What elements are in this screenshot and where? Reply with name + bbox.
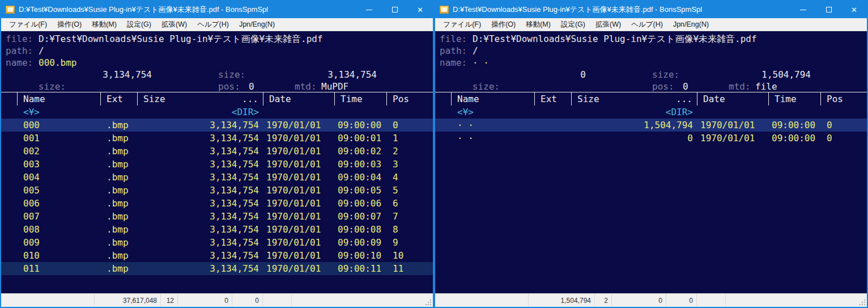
menu-item-5[interactable]: ヘルプ(H) [626, 18, 668, 31]
maximize-icon [826, 7, 832, 12]
list-item[interactable]: <¥><DIR> [1, 106, 433, 119]
list-item[interactable]: 000.bmp3,134,7541970/01/0109:00:000 [1, 119, 433, 132]
cell-pos: 9 [386, 237, 433, 248]
status-cell-4: 0 [666, 294, 697, 307]
column-header-date[interactable]: Date [697, 92, 768, 106]
status-cell-4: 0 [232, 294, 263, 307]
resize-grip-icon[interactable] [425, 299, 432, 306]
list-item[interactable]: 006.bmp3,134,7541970/01/0109:00:066 [1, 197, 433, 210]
list-item[interactable]: <¥><DIR> [435, 106, 867, 119]
list-item[interactable]: 003.bmp3,134,7541970/01/0109:00:033 [1, 158, 433, 171]
minimize-icon [366, 10, 372, 10]
list-item[interactable]: 004.bmp3,134,7541970/01/0109:00:044 [1, 171, 433, 184]
menu-item-3[interactable]: 設定(G) [556, 18, 590, 31]
cell-date: 1970/01/01 [263, 237, 334, 248]
column-header-name[interactable]: Name [17, 92, 100, 106]
file-value: D:¥Test¥Downloads¥Susie Plug-in¥テスト画像¥未来… [473, 33, 757, 44]
close-icon: ✕ [851, 6, 857, 14]
close-button[interactable]: ✕ [407, 1, 433, 18]
cell-pos: 5 [386, 185, 433, 196]
menu-item-0[interactable]: ファイル(F) [4, 18, 52, 31]
column-header-name[interactable]: Name [451, 92, 534, 106]
minimize-button[interactable] [356, 1, 382, 18]
menu-item-2[interactable]: 移動(M) [521, 18, 556, 31]
titlebar: D:¥Test¥Downloads¥Susie Plug-in¥テスト画像¥未来… [1, 1, 433, 18]
cell-name: 002 [17, 146, 100, 157]
menu-item-6[interactable]: Jpn/Eng(N) [234, 18, 280, 31]
resize-grip-icon[interactable] [859, 299, 866, 306]
cell-name: 009 [17, 237, 100, 248]
menu-item-4[interactable]: 拡張(W) [590, 18, 626, 31]
cell-size: 3,134,754 [137, 198, 263, 209]
status-cell-1: 1,504,794 [529, 294, 595, 307]
app-icon [440, 6, 449, 14]
cell-time: 09:00:02 [334, 146, 386, 157]
cell-date: 1970/01/01 [697, 120, 768, 130]
list-item[interactable]: 005.bmp3,134,7541970/01/0109:00:055 [1, 184, 433, 197]
size-header-label: Size [143, 94, 165, 104]
column-header-size[interactable]: Size... [137, 92, 263, 106]
minimize-button[interactable] [790, 1, 816, 18]
menu-item-1[interactable]: 操作(O) [486, 18, 521, 31]
cell-time: 09:00:11 [334, 263, 386, 274]
path-value: / [39, 45, 44, 56]
menu-item-5[interactable]: ヘルプ(H) [192, 18, 234, 31]
name-label: name: [6, 57, 39, 69]
cell-pos: 0 [820, 120, 867, 130]
list-item[interactable]: 010.bmp3,134,7541970/01/0109:00:1010 [1, 249, 433, 262]
status-bar: 37,617,0481200 [1, 293, 433, 307]
maximize-button[interactable] [382, 1, 407, 18]
menu-item-2[interactable]: 移動(M) [87, 18, 122, 31]
list-item[interactable]: 002.bmp3,134,7541970/01/0109:00:022 [1, 145, 433, 158]
cell-ext: .bmp [100, 250, 137, 261]
list-item[interactable]: 011.bmp3,134,7541970/01/0109:00:1111 [1, 262, 433, 275]
column-header-size[interactable]: Size... [571, 92, 697, 106]
list-item[interactable]: 008.bmp3,134,7541970/01/0109:00:088 [1, 223, 433, 236]
cell-pos: 0 [820, 133, 867, 144]
menu-item-1[interactable]: 操作(O) [52, 18, 87, 31]
window-title: D:¥Test¥Downloads¥Susie Plug-in¥テスト画像¥未来… [453, 5, 790, 15]
column-header-pos[interactable]: Pos [820, 92, 867, 106]
cell-time: 09:00:07 [334, 211, 386, 222]
list-item[interactable]: 001.bmp3,134,7541970/01/0109:00:011 [1, 132, 433, 145]
size2-value: 1,504,794 [678, 69, 811, 81]
maximize-button[interactable] [816, 1, 841, 18]
list-item[interactable]: · ·01970/01/0109:00:000 [435, 132, 867, 145]
cell-ext: .bmp [100, 120, 137, 130]
list-item[interactable]: 007.bmp3,134,7541970/01/0109:00:077 [1, 210, 433, 223]
list-item[interactable]: · ·1,504,7941970/01/0109:00:000 [435, 119, 867, 132]
path-value: / [473, 45, 478, 56]
cell-name: 003 [17, 159, 100, 170]
pos-value: 0 [249, 81, 254, 92]
menu-item-4[interactable]: 拡張(W) [156, 18, 192, 31]
cell-size: 0 [571, 133, 697, 144]
cell-ext: .bmp [100, 146, 137, 157]
name-label: name: [440, 57, 473, 69]
close-button[interactable]: ✕ [841, 1, 867, 18]
list-header: Name Ext Size... Date Time Pos [435, 92, 867, 106]
column-header-ext[interactable]: Ext [534, 92, 571, 106]
cell-size: 3,134,754 [137, 237, 263, 248]
column-header-ext[interactable]: Ext [100, 92, 137, 106]
cell-name: 005 [17, 185, 100, 196]
cell-size: <DIR> [571, 107, 697, 117]
cell-size: <DIR> [137, 107, 263, 117]
cell-name: 008 [17, 224, 100, 235]
list-item[interactable]: 009.bmp3,134,7541970/01/0109:00:099 [1, 236, 433, 249]
column-header-pos[interactable]: Pos [386, 92, 433, 106]
info-panel: file:D:¥Test¥Downloads¥Susie Plug-in¥テスト… [1, 31, 433, 92]
menu-item-3[interactable]: 設定(G) [122, 18, 156, 31]
size-header-ellipsis: ... [242, 94, 258, 104]
file-list: <¥><DIR>000.bmp3,134,7541970/01/0109:00:… [1, 106, 433, 275]
cell-name: 000 [17, 120, 100, 130]
menu-item-6[interactable]: Jpn/Eng(N) [668, 18, 714, 31]
cell-date: 1970/01/01 [263, 146, 334, 157]
column-header-time[interactable]: Time [334, 92, 386, 106]
cell-time: 09:00:00 [768, 133, 820, 144]
cell-pos: 1 [386, 133, 433, 144]
column-header-time[interactable]: Time [768, 92, 820, 106]
menu-item-0[interactable]: ファイル(F) [438, 18, 486, 31]
column-header-date[interactable]: Date [263, 92, 334, 106]
cell-name: · · [451, 120, 534, 130]
titlebar: D:¥Test¥Downloads¥Susie Plug-in¥テスト画像¥未来… [435, 1, 867, 18]
